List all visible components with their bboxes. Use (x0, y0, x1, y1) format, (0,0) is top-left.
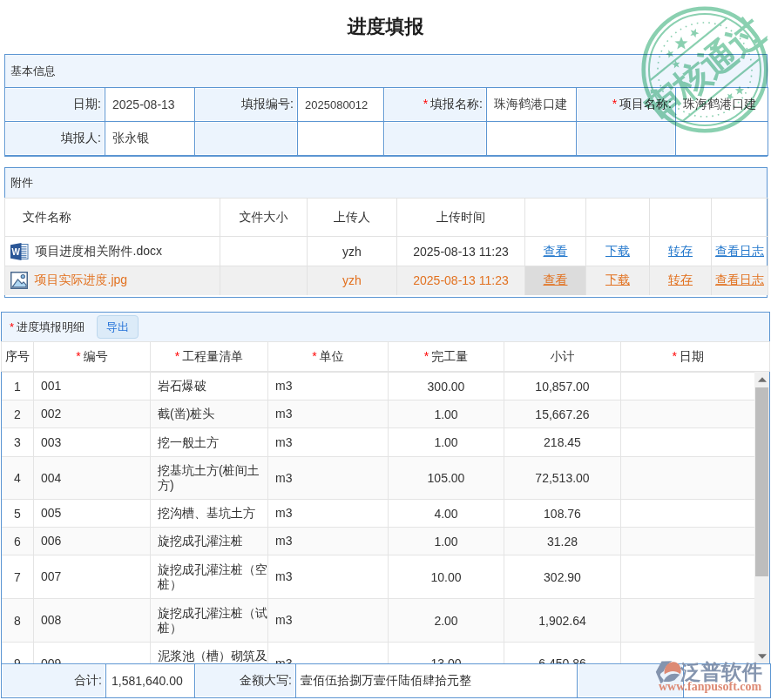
svg-text:W: W (11, 247, 20, 257)
svg-text:www.fanpusoft.com: www.fanpusoft.com (659, 680, 762, 693)
